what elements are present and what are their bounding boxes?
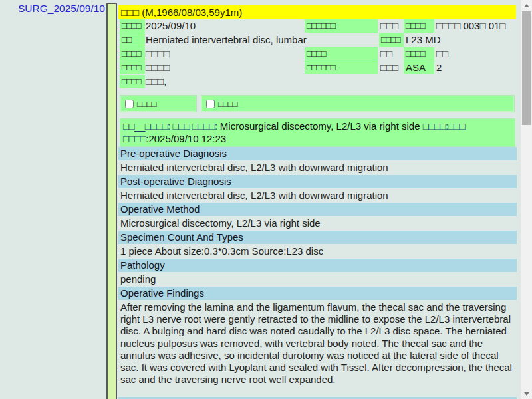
field-label-asa: ASA	[404, 61, 434, 74]
field-value: □□	[380, 47, 392, 61]
field-value-ward-room: □□□□ 003□ 01□	[436, 19, 505, 33]
field-label: □□□□	[404, 19, 434, 33]
field-label: □□□□	[120, 61, 145, 74]
table-row: □□□□ 2025/09/10 □□□□□□ □□□ □□□□ □□□□ 003…	[118, 19, 517, 33]
section-value-postop-diagnosis: Herniated intervertebral disc, L2/L3 wit…	[120, 189, 515, 202]
field-label: □□□□	[120, 19, 145, 33]
arrow-down-icon	[524, 392, 529, 396]
checkbox-panel-2: □□□□	[201, 96, 514, 112]
field-label: □□□□	[120, 75, 145, 88]
checkbox-2[interactable]	[206, 100, 215, 108]
checkbox-1-label: □□□□	[137, 99, 156, 109]
note-procedure: Microsurgical discectomy, L2/L3 via righ…	[217, 120, 423, 132]
section-header-operative-findings: Operative Findings	[118, 287, 517, 300]
field-value-diagnosis: Herniated intervertebral disc, lumbar	[146, 33, 307, 47]
section-header-operative-method: Operative Method	[118, 203, 517, 216]
section-value-specimen: 1 piece About size:0.3*0.3cm Source:L23 …	[120, 245, 515, 258]
section-header-postop-diagnosis: Post-operative Diagnosis	[118, 175, 517, 188]
table-row: □□□□ □□□,	[118, 75, 517, 89]
field-label: □□□□□□	[305, 61, 378, 74]
field-label: □□□□□□	[305, 19, 378, 33]
section-value-operative-findings: After removing the lamina and the ligame…	[120, 301, 515, 386]
section-header-pathology: Pathology	[118, 259, 517, 272]
scrollbar-track[interactable]	[521, 0, 532, 399]
checkbox-panel-1: □□□□	[120, 96, 196, 112]
field-label: □□	[120, 33, 145, 47]
scroll-up-button[interactable]	[521, 0, 532, 11]
section-header-specimen: Specimen Count And Types	[118, 231, 517, 244]
section-header-preop-diagnosis: Pre-operative Diagnosis	[118, 147, 517, 160]
checkbox-1[interactable]	[125, 100, 134, 108]
note-label: □□__□□□□: □□□ □□□□:	[123, 120, 217, 132]
splitter-handle[interactable]	[106, 3, 117, 399]
field-label: □□□□	[404, 47, 434, 61]
field-value: □□□□	[146, 61, 170, 74]
surgical-record-window: SURG_2025/09/10 □□□ (M,1966/08/03,59y1m)…	[0, 0, 532, 399]
field-value: □□	[436, 47, 448, 61]
operation-note-summary: □□__□□□□: □□□ □□□□: Microsurgical discec…	[120, 118, 515, 147]
arrow-up-icon	[524, 4, 529, 7]
field-value: □□□	[380, 61, 398, 74]
checkbox-2-label: □□□□	[218, 99, 237, 109]
field-label: □□□□	[379, 33, 404, 47]
field-value-asa-score: 2	[436, 61, 442, 74]
scrollbar-thumb[interactable]	[522, 11, 531, 125]
table-row: □□□□ □□□□ □□□□ □□ □□□□ □□	[118, 47, 517, 61]
table-row: □□ Herniated intervertebral disc, lumbar…	[118, 33, 517, 47]
section-value-preop-diagnosis: Herniated intervertebral disc, L2/L3 wit…	[120, 161, 515, 174]
field-label: □□□□	[305, 47, 378, 61]
scroll-down-button[interactable]	[521, 388, 532, 399]
section-value-operative-method: Microsurgical discectomy, L2/L3 via righ…	[120, 217, 515, 230]
section-value-pathology: pending	[120, 273, 515, 286]
field-value: □□□,	[146, 75, 166, 88]
field-value: □□□□	[146, 47, 170, 61]
field-value: □□□	[380, 19, 398, 33]
patient-banner: □□□ (M,1966/08/03,59y1m)	[118, 5, 516, 19]
field-label: □□□□	[120, 47, 145, 61]
table-row: □□□□ □□□□ □□□□□□ □□□ ASA 2	[118, 61, 517, 75]
field-value-op-code: L23 MD	[406, 33, 441, 47]
note-datetime: :2025/09/10 12:23	[146, 133, 226, 144]
field-value-op-date: 2025/09/10	[146, 19, 196, 33]
sidebar-item-surg-record[interactable]: SURG_2025/09/10	[18, 3, 105, 15]
